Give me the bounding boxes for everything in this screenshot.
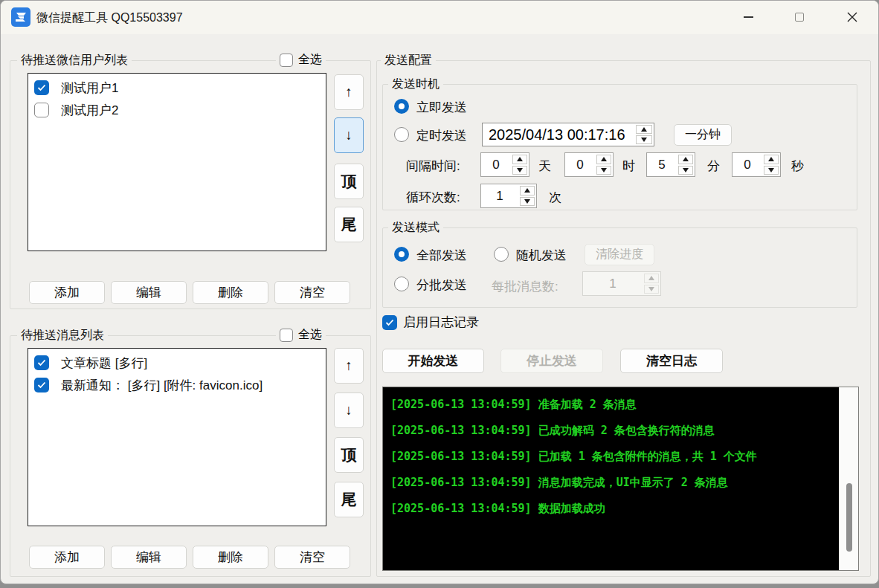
spin-up-button[interactable] xyxy=(678,155,693,164)
log-line: [2025-06-13 13:04:59] 准备加载 2 条消息 xyxy=(390,392,831,418)
interval-minutes-spinbox[interactable]: 5 xyxy=(646,152,695,177)
user-add-button[interactable]: 添加 xyxy=(29,281,105,304)
user-list-title: 待推送微信用户列表 xyxy=(17,52,132,68)
user-select-all[interactable]: 全选 xyxy=(276,52,326,68)
enable-logging-checkbox-row[interactable]: 启用日志记录 xyxy=(382,314,479,331)
user-move-bottom-button[interactable]: 尾 xyxy=(334,207,364,242)
message-select-all[interactable]: 全选 xyxy=(276,327,326,343)
spin-down-button[interactable] xyxy=(678,166,693,175)
user-list-item[interactable]: 测试用户2 xyxy=(28,99,326,121)
spin-down-button xyxy=(644,285,659,294)
log-output[interactable]: [2025-06-13 13:04:59] 准备加载 2 条消息 [2025-0… xyxy=(383,387,839,570)
batch-size-spinbox: 1 xyxy=(582,271,661,296)
message-add-button[interactable]: 添加 xyxy=(29,546,105,569)
interval-days-value[interactable]: 0 xyxy=(481,153,511,176)
message-list-item[interactable]: 文章标题 [多行] xyxy=(28,352,326,374)
user-select-all-checkbox[interactable] xyxy=(280,54,293,67)
message-list-title: 待推送消息列表 xyxy=(17,327,108,343)
send-batch-label: 分批发送 xyxy=(416,277,467,294)
spin-up-button xyxy=(644,274,659,283)
spin-up-button[interactable] xyxy=(764,155,779,164)
datetime-spin-up-button[interactable] xyxy=(636,125,652,134)
send-batch-radio[interactable] xyxy=(394,277,409,291)
item-checkbox-checked[interactable] xyxy=(34,355,49,370)
message-list-item[interactable]: 最新通知： [多行] [附件: favicon.ico] xyxy=(28,374,326,396)
item-checkbox-checked[interactable] xyxy=(34,80,49,95)
user-listbox[interactable]: 测试用户1 测试用户2 xyxy=(28,73,326,251)
datetime-spin-down-button[interactable] xyxy=(636,135,652,144)
interval-hours-unit: 时 xyxy=(622,158,635,175)
mode-title: 发送模式 xyxy=(388,219,443,235)
spin-down-button[interactable] xyxy=(764,166,779,175)
minimize-icon xyxy=(744,16,753,18)
loop-count-spinbox[interactable]: 1 xyxy=(480,184,537,208)
message-listbox[interactable]: 文章标题 [多行] 最新通知： [多行] [附件: favicon.ico] xyxy=(28,348,326,526)
item-checkbox-checked[interactable] xyxy=(34,378,49,392)
interval-label: 间隔时间: xyxy=(406,158,460,175)
user-edit-button[interactable]: 编辑 xyxy=(111,281,187,304)
message-move-top-button[interactable]: 顶 xyxy=(334,437,364,473)
interval-minutes-unit: 分 xyxy=(707,158,720,175)
maximize-icon xyxy=(795,13,804,22)
message-move-bottom-button[interactable]: 尾 xyxy=(334,482,364,517)
enable-logging-checkbox[interactable] xyxy=(382,315,397,330)
interval-seconds-value[interactable]: 0 xyxy=(732,153,762,176)
check-icon xyxy=(385,319,394,326)
interval-minutes-value[interactable]: 5 xyxy=(647,153,677,176)
send-random-radio[interactable] xyxy=(494,247,509,262)
interval-hours-spinbox[interactable]: 0 xyxy=(564,152,614,177)
message-select-all-checkbox[interactable] xyxy=(280,329,293,342)
spin-up-button[interactable] xyxy=(512,155,527,164)
spin-up-icon xyxy=(601,157,607,161)
spin-down-button[interactable] xyxy=(520,197,535,207)
clear-progress-button: 清除进度 xyxy=(585,244,654,265)
start-send-button[interactable]: 开始发送 xyxy=(382,349,484,373)
schedule-datetime-value[interactable]: 2025/04/13 00:17:16 xyxy=(483,123,634,146)
timing-title: 发送时机 xyxy=(388,76,443,91)
maximize-button[interactable] xyxy=(782,1,817,33)
check-icon xyxy=(37,381,46,389)
schedule-datetime-field[interactable]: 2025/04/13 00:17:16 xyxy=(482,123,654,146)
interval-seconds-spinbox[interactable]: 0 xyxy=(732,152,781,177)
message-move-up-button[interactable]: ↑ xyxy=(334,348,364,384)
close-button[interactable] xyxy=(835,1,869,33)
message-item-label: 文章标题 [多行] xyxy=(61,355,147,372)
clear-log-button[interactable]: 清空日志 xyxy=(620,349,723,373)
interval-days-spinbox[interactable]: 0 xyxy=(480,152,529,177)
spin-down-icon xyxy=(524,199,530,204)
user-move-down-button[interactable]: ↓ xyxy=(334,117,364,153)
user-item-label: 测试用户1 xyxy=(61,80,118,97)
log-scrollbar[interactable] xyxy=(839,387,858,570)
spin-down-button[interactable] xyxy=(596,166,611,175)
title-bar[interactable]: 微信提醒工具 QQ15503397 xyxy=(1,1,878,34)
user-clear-button[interactable]: 清空 xyxy=(274,281,350,304)
item-checkbox-unchecked[interactable] xyxy=(34,103,49,117)
interval-hours-value[interactable]: 0 xyxy=(565,153,595,176)
spin-down-icon xyxy=(517,168,523,172)
spin-up-button[interactable] xyxy=(520,186,535,196)
spin-up-icon xyxy=(768,157,774,161)
message-move-down-button[interactable]: ↓ xyxy=(334,392,364,428)
stop-send-button: 停止发送 xyxy=(500,349,603,373)
user-move-up-button[interactable]: ↑ xyxy=(334,74,364,110)
spin-up-button[interactable] xyxy=(596,155,611,164)
immediate-radio[interactable] xyxy=(394,99,409,114)
check-icon xyxy=(37,84,46,91)
message-clear-button[interactable]: 清空 xyxy=(274,546,350,569)
scheduled-radio[interactable] xyxy=(394,127,409,142)
user-delete-button[interactable]: 删除 xyxy=(193,281,268,304)
spin-up-icon xyxy=(524,188,530,193)
minimize-button[interactable] xyxy=(731,1,765,33)
send-all-radio[interactable] xyxy=(394,247,409,262)
user-move-top-button[interactable]: 顶 xyxy=(334,164,364,199)
log-scrollbar-thumb[interactable] xyxy=(846,483,852,552)
user-list-item[interactable]: 测试用户1 xyxy=(28,77,326,99)
message-delete-button[interactable]: 删除 xyxy=(193,546,268,569)
spin-down-button[interactable] xyxy=(512,166,527,175)
message-edit-button[interactable]: 编辑 xyxy=(111,546,187,569)
message-select-all-label: 全选 xyxy=(298,327,322,343)
close-icon xyxy=(847,12,857,22)
loop-count-value[interactable]: 1 xyxy=(481,184,518,207)
one-minute-button[interactable]: 一分钟 xyxy=(674,124,732,146)
scheduled-label: 定时发送 xyxy=(416,127,467,144)
